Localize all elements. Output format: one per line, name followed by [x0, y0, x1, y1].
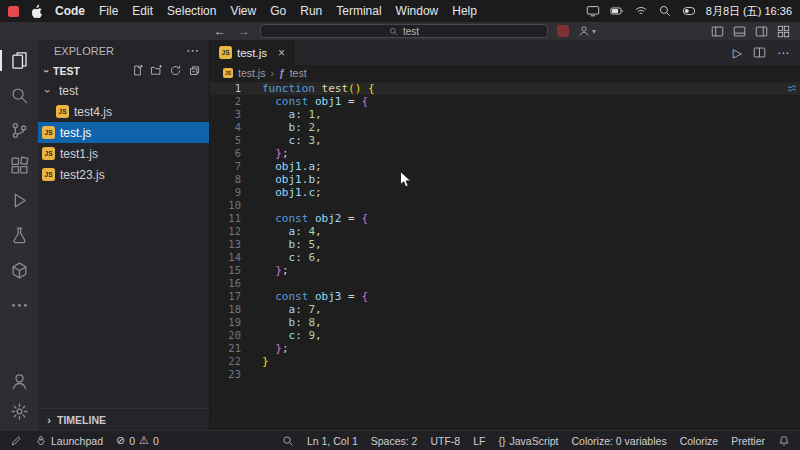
toggle-panel-icon[interactable]	[733, 25, 746, 38]
code-line-3[interactable]: 3 a: 1,	[210, 108, 800, 121]
code-line-20[interactable]: 20 c: 9,	[210, 329, 800, 342]
run-file-icon[interactable]: ▷	[733, 46, 742, 60]
control-center-icon[interactable]	[682, 4, 696, 18]
code-line-2[interactable]: 2 const obj1 = {	[210, 95, 800, 108]
navigate-back-icon[interactable]: ←	[208, 25, 232, 37]
code-line-10[interactable]: 10	[210, 199, 800, 212]
breadcrumb-file[interactable]: test.js	[238, 67, 265, 79]
workspace-section-header[interactable]: › TEST	[38, 61, 209, 80]
edit-sessions-item[interactable]	[10, 435, 22, 447]
screen-mirroring-icon[interactable]	[586, 4, 600, 18]
collapse-all-icon[interactable]	[188, 64, 201, 77]
explorer-icon[interactable]	[0, 43, 38, 78]
cursor-position[interactable]: Ln 1, Col 1	[307, 435, 358, 447]
tree-item-test4.js[interactable]: JStest4.js	[38, 101, 209, 122]
code-line-8[interactable]: 8 obj1.b;	[210, 173, 800, 186]
menu-item-code[interactable]: Code	[48, 4, 92, 18]
recording-indicator[interactable]	[8, 6, 19, 17]
language-mode[interactable]: {} JavaScript	[498, 435, 558, 447]
code-line-11[interactable]: 11 const obj2 = {	[210, 212, 800, 225]
tree-item-test23.js[interactable]: JStest23.js	[38, 164, 209, 185]
source-control-icon[interactable]	[0, 113, 38, 148]
account-menu[interactable]: ▾	[578, 25, 596, 37]
code-line-21[interactable]: 21 };	[210, 342, 800, 355]
code-line-4[interactable]: 4 b: 2,	[210, 121, 800, 134]
refresh-icon[interactable]	[169, 64, 182, 77]
menu-item-go[interactable]: Go	[263, 4, 293, 18]
more-actions-icon[interactable]: ⋯	[777, 46, 789, 60]
new-file-icon[interactable]	[131, 64, 144, 77]
code-line-6[interactable]: 6 };	[210, 147, 800, 160]
indentation-setting[interactable]: Spaces: 2	[371, 435, 418, 447]
code-line-19[interactable]: 19 b: 8,	[210, 316, 800, 329]
apple-menu-icon[interactable]	[30, 4, 44, 18]
launchpad-item[interactable]: Launchpad	[35, 435, 103, 447]
menubar-clock[interactable]: 8月8日 (五) 16:36	[706, 4, 792, 19]
code-line-1[interactable]: 1function test() {	[210, 82, 800, 95]
extension-cube-icon[interactable]	[0, 253, 38, 288]
code-line-12[interactable]: 12 a: 4,	[210, 225, 800, 238]
code-editor[interactable]: 1function test() {2 const obj1 = {3 a: 1…	[210, 81, 800, 430]
command-center-search[interactable]: test	[260, 24, 548, 38]
new-folder-icon[interactable]	[150, 64, 163, 77]
timeline-section-header[interactable]: › TIMELINE	[38, 408, 209, 430]
wifi-icon[interactable]	[634, 4, 648, 18]
tab-testjs[interactable]: JS test.js ×	[210, 40, 295, 65]
code-line-15[interactable]: 15 };	[210, 264, 800, 277]
breadcrumb-symbol[interactable]: test	[290, 67, 307, 79]
code-line-9[interactable]: 9 obj1.c;	[210, 186, 800, 199]
line-number: 11	[210, 212, 252, 225]
menu-item-help[interactable]: Help	[445, 4, 484, 18]
menu-item-terminal[interactable]: Terminal	[329, 4, 388, 18]
error-icon: ⊘	[116, 435, 125, 446]
customize-layout-icon[interactable]	[777, 25, 790, 38]
code-line-16[interactable]: 16	[210, 277, 800, 290]
extensions-icon[interactable]	[0, 148, 38, 183]
code-line-14[interactable]: 14 c: 6,	[210, 251, 800, 264]
code-line-22[interactable]: 22}	[210, 355, 800, 368]
manage-settings-icon[interactable]	[0, 396, 38, 426]
code-line-18[interactable]: 18 a: 7,	[210, 303, 800, 316]
colorize-variables[interactable]: Colorize: 0 variables	[572, 435, 667, 447]
zoom-icon[interactable]	[282, 435, 294, 447]
encoding-setting[interactable]: UTF-8	[430, 435, 460, 447]
notifications-bell-icon[interactable]	[778, 435, 790, 447]
tree-item-test.js[interactable]: JStest.js	[38, 122, 209, 143]
breadcrumb-separator: ›	[270, 68, 273, 79]
colorize-toggle[interactable]: Colorize	[680, 435, 719, 447]
spotlight-search-icon[interactable]	[658, 4, 672, 18]
code-line-7[interactable]: 7 obj1.a;	[210, 160, 800, 173]
workspace-name: TEST	[53, 65, 80, 77]
testing-icon[interactable]	[0, 218, 38, 253]
accounts-icon[interactable]	[0, 366, 38, 396]
problems-item[interactable]: ⊘ 0 ⚠ 0	[116, 435, 159, 447]
menu-item-file[interactable]: File	[92, 4, 125, 18]
menu-item-selection[interactable]: Selection	[160, 4, 223, 18]
menu-item-view[interactable]: View	[223, 4, 263, 18]
split-editor-icon[interactable]	[753, 46, 766, 59]
record-button[interactable]	[557, 25, 569, 37]
more-views-icon[interactable]	[0, 288, 38, 323]
code-line-13[interactable]: 13 b: 5,	[210, 238, 800, 251]
search-icon[interactable]	[0, 78, 38, 113]
toggle-secondary-sidebar-icon[interactable]	[755, 25, 768, 38]
menu-item-window[interactable]: Window	[389, 4, 446, 18]
close-tab-icon[interactable]: ×	[278, 46, 285, 60]
file-label: test23.js	[60, 168, 105, 182]
prettier-status[interactable]: Prettier	[731, 435, 765, 447]
explorer-more-actions-icon[interactable]: ⋯	[186, 43, 199, 58]
account-icon	[578, 25, 590, 37]
editor-actions: ▷ ⋯	[733, 40, 800, 65]
code-line-5[interactable]: 5 c: 3,	[210, 134, 800, 147]
code-line-23[interactable]: 23	[210, 368, 800, 381]
menu-item-edit[interactable]: Edit	[125, 4, 160, 18]
menu-item-run[interactable]: Run	[293, 4, 329, 18]
tree-item-test1.js[interactable]: JStest1.js	[38, 143, 209, 164]
toggle-sidebar-icon[interactable]	[711, 25, 724, 38]
tree-item-test[interactable]: ›test	[38, 80, 209, 101]
code-line-17[interactable]: 17 const obj3 = {	[210, 290, 800, 303]
eol-setting[interactable]: LF	[473, 435, 485, 447]
battery-icon[interactable]	[610, 4, 624, 18]
run-and-debug-icon[interactable]	[0, 183, 38, 218]
navigate-forward-icon[interactable]: →	[232, 25, 256, 37]
